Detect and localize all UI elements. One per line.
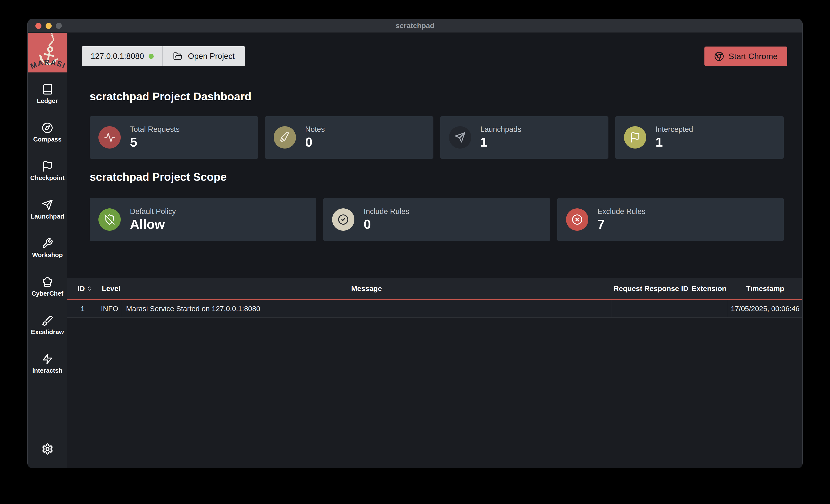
- marasi-logo: MARASI: [28, 33, 67, 72]
- circle-check-icon: [338, 214, 349, 225]
- stat-card-total-requests: Total Requests 5: [90, 116, 258, 159]
- scope-card-exclude-rules: Exclude Rules 7: [557, 198, 784, 241]
- close-window-button[interactable]: [35, 23, 41, 29]
- scope-icon-circle: [566, 208, 588, 231]
- zoom-window-button[interactable]: [56, 23, 62, 29]
- app-window: scratchpad MARASI: [28, 19, 802, 468]
- column-header-timestamp: Timestamp: [728, 278, 802, 299]
- stat-icon-circle: [98, 126, 121, 148]
- minimize-window-button[interactable]: [45, 23, 52, 29]
- stat-icon-circle: [624, 126, 646, 148]
- folder-open-icon: [173, 52, 183, 61]
- sidebar-nav: Ledger Compass Checkpoint Launchpad Work…: [30, 72, 65, 374]
- activity-icon: [104, 132, 115, 143]
- start-chrome-label: Start Chrome: [729, 52, 778, 61]
- send-icon: [42, 199, 53, 210]
- sidebar-item-cyberchef[interactable]: CyberChef: [32, 276, 63, 297]
- scope-cards: Default Policy Allow Include Rules 0: [90, 198, 784, 241]
- logs-table-header: ID Level Message Request Response ID Ext…: [67, 278, 802, 299]
- stat-label: Notes: [305, 125, 325, 134]
- chrome-icon: [714, 52, 724, 61]
- sidebar-item-label: Excalidraw: [31, 328, 64, 336]
- stat-label: Launchpads: [480, 125, 521, 134]
- service-address-text: 127.0.0.1:8080: [91, 52, 144, 61]
- scope-label: Exclude Rules: [598, 207, 645, 216]
- stat-label: Total Requests: [130, 125, 180, 134]
- stat-icon-circle: [449, 126, 471, 148]
- column-label: Extension: [692, 284, 726, 293]
- stat-value: 1: [480, 134, 521, 150]
- sidebar-item-label: Workshop: [32, 251, 63, 259]
- service-status-dot: [149, 54, 154, 59]
- stat-value: 5: [130, 134, 180, 150]
- sidebar-item-interactsh[interactable]: Interactsh: [32, 353, 62, 374]
- scope-title: scratchpad Project Scope: [90, 171, 784, 183]
- scope-card-include-rules: Include Rules 0: [323, 198, 550, 241]
- sidebar-item-label: CyberChef: [32, 290, 63, 297]
- compass-icon: [42, 122, 53, 134]
- column-label: Message: [351, 284, 382, 293]
- flag-icon: [42, 161, 53, 172]
- sidebar-item-launchpad[interactable]: Launchpad: [31, 199, 64, 220]
- sidebar-item-label: Ledger: [37, 97, 58, 105]
- column-header-request-response-id: Request Response ID: [612, 278, 690, 299]
- sidebar-item-workshop[interactable]: Workshop: [32, 238, 63, 259]
- shield-off-icon: [104, 214, 115, 225]
- titlebar: scratchpad: [28, 19, 802, 33]
- column-label: Timestamp: [746, 284, 785, 293]
- cell-level: INFO: [98, 300, 121, 317]
- column-label: Level: [102, 284, 121, 293]
- stat-card-notes: Notes 0: [265, 116, 434, 159]
- scope-label: Default Policy: [130, 207, 176, 216]
- cell-id: 1: [67, 300, 98, 317]
- anchor-chain: [49, 33, 53, 47]
- sidebar-item-checkpoint[interactable]: Checkpoint: [30, 161, 65, 182]
- open-project-label: Open Project: [188, 52, 235, 61]
- toolbar: 127.0.0.1:8080 Open Project Start Chrome: [82, 46, 787, 66]
- scope-icon-circle: [332, 208, 354, 231]
- service-address: 127.0.0.1:8080: [82, 46, 162, 66]
- dashboard-title: scratchpad Project Dashboard: [90, 90, 784, 103]
- flag-icon: [630, 132, 641, 143]
- gear-icon: [41, 443, 54, 455]
- column-label: ID: [77, 284, 85, 293]
- wrench-icon: [42, 238, 53, 249]
- window-controls: [35, 19, 62, 32]
- paintbrush-icon: [42, 315, 53, 326]
- cell-request-response-id: [612, 300, 690, 317]
- book-icon: [42, 83, 53, 95]
- log-row[interactable]: 1 INFO Marasi Service Started on 127.0.0…: [67, 300, 802, 318]
- sidebar-item-label: Interactsh: [32, 367, 62, 374]
- logs-table: ID Level Message Request Response ID Ext…: [67, 278, 802, 468]
- scope-card-default-policy: Default Policy Allow: [90, 198, 316, 241]
- settings-button[interactable]: [41, 443, 54, 455]
- start-chrome-button[interactable]: Start Chrome: [704, 46, 787, 66]
- stat-card-launchpads: Launchpads 1: [440, 116, 609, 159]
- stat-value: 1: [656, 134, 693, 150]
- scope-value: Allow: [130, 216, 176, 232]
- stat-icon-circle: [274, 126, 296, 148]
- cell-message: Marasi Service Started on 127.0.0.1:8080: [121, 300, 612, 317]
- column-header-id[interactable]: ID: [67, 278, 98, 299]
- scope-icon-circle: [98, 208, 121, 231]
- open-project-button[interactable]: Open Project: [163, 46, 245, 66]
- stat-card-intercepted: Intercepted 1: [615, 116, 784, 159]
- column-header-extension: Extension: [690, 278, 728, 299]
- scope-value: 7: [598, 216, 645, 232]
- dashboard-cards: Total Requests 5 Notes 0: [90, 116, 784, 159]
- cell-extension: [690, 300, 728, 317]
- sidebar-item-ledger[interactable]: Ledger: [37, 83, 58, 105]
- scope-label: Include Rules: [363, 207, 409, 216]
- zap-icon: [42, 353, 53, 365]
- stat-value: 0: [305, 134, 325, 150]
- project-control: 127.0.0.1:8080 Open Project: [82, 46, 245, 66]
- logo-text: MARASI: [29, 58, 67, 70]
- pencil-icon: [279, 132, 290, 143]
- sidebar-item-compass[interactable]: Compass: [33, 122, 62, 143]
- window-title: scratchpad: [395, 22, 435, 30]
- send-icon: [454, 132, 466, 143]
- circle-x-icon: [572, 214, 583, 225]
- sidebar-item-excalidraw[interactable]: Excalidraw: [31, 315, 64, 336]
- stat-label: Intercepted: [656, 125, 693, 134]
- sidebar: MARASI Ledger Compass Checkpoint: [28, 33, 67, 468]
